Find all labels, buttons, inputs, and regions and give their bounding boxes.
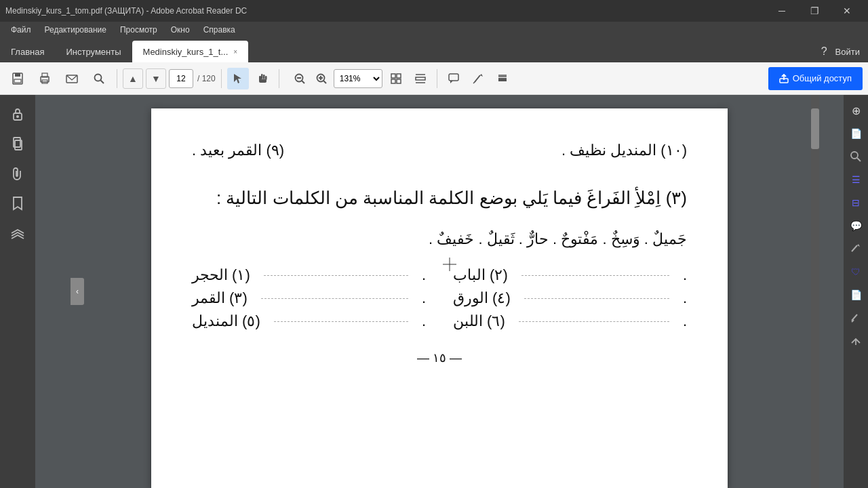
- menu-bar: Файл Редактирование Просмотр Окно Справк…: [0, 22, 868, 38]
- dotted-line-3r: [274, 321, 408, 322]
- tab-close-button[interactable]: ×: [233, 48, 237, 56]
- tab-document[interactable]: Medinskiy_kurs_1_t... ×: [132, 41, 249, 62]
- svg-line-17: [302, 81, 304, 83]
- rs-icon-3[interactable]: [846, 146, 866, 167]
- sentence-10: (١٠) المنديل نظيف .: [561, 136, 687, 165]
- rs-icon-10[interactable]: [846, 331, 866, 351]
- print-button[interactable]: [33, 66, 57, 91]
- rs-icon-8[interactable]: 📄: [846, 285, 866, 305]
- search-button[interactable]: [87, 66, 111, 91]
- svg-rect-2: [14, 79, 21, 83]
- rs-icon-shield[interactable]: 🛡: [846, 262, 866, 282]
- toolbar-divider-2: [221, 69, 222, 88]
- pen-button[interactable]: [467, 68, 489, 89]
- scrollbar-thumb[interactable]: [811, 108, 819, 149]
- svg-rect-1: [15, 73, 20, 77]
- tab-document-label: Medinskiy_kurs_1_t...: [143, 47, 229, 57]
- svg-point-7: [95, 74, 102, 81]
- menu-file[interactable]: Файл: [5, 24, 37, 36]
- item-3-label: (٣) القمر: [192, 289, 248, 307]
- svg-rect-11: [263, 75, 265, 79]
- exercise-col-1-right: (١) الحجر .: [192, 266, 426, 284]
- rs-icon-4[interactable]: ☰: [846, 169, 866, 190]
- zoom-out-button[interactable]: [290, 69, 309, 88]
- fit-page-button[interactable]: [385, 68, 407, 89]
- svg-marker-9: [234, 74, 241, 83]
- rs-icon-9[interactable]: [846, 308, 866, 328]
- tab-home-label: Главная: [11, 47, 44, 57]
- tab-bar-right: ? Войти: [821, 41, 868, 62]
- hand-tool-button[interactable]: [252, 68, 273, 89]
- item-6-label: (٦) اللبن: [453, 312, 505, 330]
- zoom-select[interactable]: 131% 100% 75% 150% 200%: [334, 69, 382, 88]
- rs-icon-5[interactable]: ⊟: [846, 192, 866, 213]
- menu-window[interactable]: Окно: [165, 24, 195, 36]
- dotted-line-1r: [264, 275, 408, 276]
- item-4-label: (٤) الورق: [453, 289, 511, 307]
- tab-home[interactable]: Главная: [0, 41, 55, 62]
- svg-line-46: [852, 245, 857, 251]
- zoom-in-button[interactable]: [312, 69, 331, 88]
- toolbar-divider-1: [117, 69, 117, 88]
- exercise-col-2-left: (٤) الورق .: [453, 289, 687, 307]
- title-bar: Medinskiy_kurs_1_tom.pdf (ЗАЩИТА) - Adob…: [0, 0, 868, 22]
- sidebar-attach-icon[interactable]: [4, 160, 31, 187]
- comment-button[interactable]: [443, 68, 465, 89]
- menu-view[interactable]: Просмотр: [115, 24, 163, 36]
- share-button[interactable]: Общий доступ: [768, 67, 863, 90]
- svg-rect-26: [416, 77, 425, 80]
- toolbar: ▲ ▼ 12 / 120 131% 100% 75% 150% 200%: [0, 62, 868, 95]
- dot-3r: .: [422, 312, 426, 330]
- tab-tools[interactable]: Инструменты: [55, 41, 132, 62]
- close-button[interactable]: ✕: [831, 0, 863, 22]
- item-5-label: (٥) المنديل: [192, 312, 260, 330]
- svg-line-31: [475, 75, 480, 82]
- svg-rect-25: [397, 79, 401, 83]
- rs-icon-6[interactable]: 💬: [846, 216, 866, 236]
- svg-point-44: [851, 152, 858, 159]
- menu-edit[interactable]: Редактирование: [39, 24, 112, 36]
- dot-2r: .: [422, 289, 426, 307]
- rs-icon-7[interactable]: [846, 239, 866, 259]
- sign-in-button[interactable]: Войти: [835, 47, 860, 57]
- svg-point-39: [16, 115, 19, 118]
- svg-marker-32: [480, 74, 483, 77]
- page-total: / 120: [197, 74, 216, 83]
- rs-icon-2[interactable]: 📄: [846, 123, 866, 144]
- item-1-label: (١) الحجر: [192, 266, 250, 284]
- share-label: Общий доступ: [793, 73, 852, 83]
- dot-3l: .: [683, 312, 687, 330]
- sidebar-bookmark-icon[interactable]: [4, 190, 31, 217]
- svg-line-33: [473, 81, 475, 83]
- help-icon[interactable]: ?: [821, 45, 827, 58]
- vertical-scrollbar[interactable]: [811, 95, 819, 488]
- dotted-line-2l: [524, 298, 669, 299]
- redact-button[interactable]: [492, 68, 513, 89]
- save-button[interactable]: [5, 66, 30, 91]
- menu-help[interactable]: Справка: [198, 24, 241, 36]
- exercise-row-3: (٥) المنديل . (٦) اللبن .: [192, 312, 687, 330]
- select-tool-button[interactable]: [227, 68, 249, 89]
- pdf-area[interactable]: ‹ (٩) القمر بعيد . (١٠) المنديل نظيف . (…: [35, 95, 844, 488]
- svg-line-48: [852, 314, 857, 321]
- rs-icon-1[interactable]: ⊕: [846, 100, 866, 121]
- zoom-controls: 131% 100% 75% 150% 200%: [290, 69, 382, 88]
- scroll-left-button[interactable]: ‹: [71, 278, 84, 305]
- email-button[interactable]: [60, 66, 84, 91]
- svg-rect-23: [397, 74, 401, 78]
- next-page-button[interactable]: ▼: [146, 68, 166, 89]
- exercise-col-3-right: (٥) المنديل .: [192, 312, 426, 330]
- pdf-page: (٩) القمر بعيد . (١٠) المنديل نظيف . (٣)…: [151, 108, 728, 488]
- window-controls: ─ ❐ ✕: [766, 0, 863, 22]
- tools2-button[interactable]: [410, 68, 431, 89]
- minimize-button[interactable]: ─: [766, 0, 797, 22]
- page-number-input[interactable]: 12: [169, 69, 193, 88]
- main-area: ‹ (٩) القمر بعيد . (١٠) المنديل نظيف . (…: [0, 95, 868, 488]
- sidebar-pages-icon[interactable]: [4, 130, 31, 157]
- toolbar-divider-3: [279, 69, 279, 88]
- sidebar-lock-icon[interactable]: [4, 100, 31, 127]
- sidebar-layers-icon[interactable]: [4, 220, 31, 247]
- restore-button[interactable]: ❐: [799, 0, 830, 22]
- prev-page-button[interactable]: ▲: [123, 68, 143, 89]
- svg-rect-34: [498, 78, 507, 81]
